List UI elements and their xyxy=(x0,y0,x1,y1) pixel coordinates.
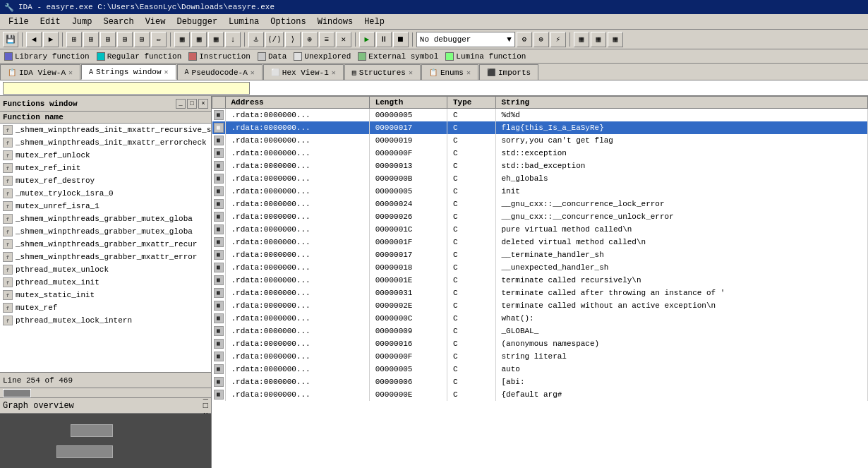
toolbar-btn2[interactable]: ⊞ xyxy=(83,32,99,47)
table-row[interactable]: ▦.rdata:0000000...00000026C__gnu_cxx::__… xyxy=(212,210,868,223)
table-row[interactable]: ▦.rdata:0000000...00000005Cauto xyxy=(212,363,868,376)
table-row[interactable]: ▦.rdata:0000000...0000000BCeh_globals xyxy=(212,172,868,185)
table-row[interactable]: ▦.rdata:0000000...00000006C[abi: xyxy=(212,376,868,388)
menu-item-view[interactable]: View xyxy=(140,16,171,28)
function-item[interactable]: fmutex_ref_unlock xyxy=(0,149,211,162)
toolbar-plugin3[interactable]: ⊕ xyxy=(302,32,318,47)
toolbar-btn7[interactable]: ▦ xyxy=(174,32,190,47)
function-item[interactable]: f_shmem_winpthreads_grabber_mxattr_error xyxy=(0,251,211,263)
tab-close-structures[interactable]: ✕ xyxy=(409,68,413,77)
table-row[interactable]: ▦.rdata:0000000...0000000EC{default arg# xyxy=(212,388,868,401)
function-item[interactable]: fpthread_mutex_lock_intern xyxy=(0,314,211,327)
table-row[interactable]: ▦.rdata:0000000...00000005Cinit xyxy=(212,185,868,198)
menu-item-options[interactable]: Options xyxy=(265,16,311,28)
menu-item-help[interactable]: Help xyxy=(358,16,390,28)
h-scrollbar[interactable] xyxy=(0,388,211,397)
strings-scroll[interactable]: Address Length Type String ▦.rdata:00000… xyxy=(212,96,868,468)
toolbar-back[interactable]: ◀ xyxy=(26,32,42,47)
col-type[interactable]: Type xyxy=(447,97,495,109)
debugger-dropdown[interactable]: No debugger ▼ xyxy=(416,32,515,47)
col-length[interactable]: Length xyxy=(369,97,447,109)
toolbar-dbg6[interactable]: ▦ xyxy=(608,32,623,47)
menu-item-edit[interactable]: Edit xyxy=(35,16,66,28)
col-icon[interactable] xyxy=(212,97,226,109)
graph-minimize[interactable]: _ xyxy=(203,391,208,401)
toolbar-forward[interactable]: ▶ xyxy=(43,32,59,47)
toolbar-stop2[interactable]: ⏹ xyxy=(393,32,409,47)
graph-float[interactable]: □ xyxy=(203,401,208,411)
function-item[interactable]: fmutex_static_init xyxy=(0,289,211,301)
table-row[interactable]: ▦.rdata:0000000...00000019Csorry,you can… xyxy=(212,134,868,147)
tab-close-enums[interactable]: ✕ xyxy=(466,68,471,77)
menu-item-search[interactable]: Search xyxy=(97,16,139,28)
col-string[interactable]: String xyxy=(495,97,867,109)
table-row[interactable]: ▦.rdata:0000000...0000001FCdeleted virtu… xyxy=(212,236,868,248)
table-row[interactable]: ▦.rdata:0000000...00000009C_GLOBAL_ xyxy=(212,325,868,337)
table-row[interactable]: ▦.rdata:0000000...00000017C__terminate_h… xyxy=(212,248,868,261)
h-scrollbar-thumb[interactable] xyxy=(3,389,31,397)
menu-item-file[interactable]: File xyxy=(3,16,35,28)
tab-structures[interactable]: ▤Structures✕ xyxy=(344,64,421,80)
function-item[interactable]: f_mutex_trylock_isra_0 xyxy=(0,187,211,200)
table-row[interactable]: ▦.rdata:0000000...00000013Cstd::bad_exce… xyxy=(212,160,868,172)
toolbar-dbg1[interactable]: ⚙ xyxy=(517,32,532,47)
toolbar-dbg3[interactable]: ⚡ xyxy=(550,32,566,47)
tab-strings[interactable]: AStrings window✕ xyxy=(81,64,176,80)
table-row[interactable]: ▦.rdata:0000000...0000002ECterminate cal… xyxy=(212,299,868,312)
toolbar-btn3[interactable]: ⊞ xyxy=(100,32,116,47)
menu-item-windows[interactable]: Windows xyxy=(312,16,358,28)
table-row[interactable]: ▦.rdata:0000000...0000000CC what(): xyxy=(212,312,868,325)
toolbar-save[interactable]: 💾 xyxy=(3,32,18,47)
menu-item-jump[interactable]: Jump xyxy=(66,16,98,28)
table-row[interactable]: ▦.rdata:0000000...00000017Cflag{this_Is_… xyxy=(212,121,868,134)
function-item[interactable]: f_shmem_winpthreads_grabber_mutex_globa xyxy=(0,225,211,238)
table-row[interactable]: ▦.rdata:0000000...0000001ECterminate cal… xyxy=(212,274,868,287)
tab-close-strings[interactable]: ✕ xyxy=(164,68,168,76)
function-item[interactable]: f_shmem_winpthreads_init_mxattr_errorche… xyxy=(0,136,211,149)
toolbar-anchor[interactable]: ⚓ xyxy=(248,32,264,47)
function-list[interactable]: f_shmem_winpthreads_init_mxattr_recursiv… xyxy=(0,124,211,372)
menu-item-lumina[interactable]: Lumina xyxy=(223,16,265,28)
toolbar-btn9[interactable]: ▦ xyxy=(208,32,224,47)
table-row[interactable]: ▦.rdata:0000000...0000000FCstd::exceptio… xyxy=(212,147,868,160)
tab-ida-view[interactable]: 📋IDA View-A✕ xyxy=(0,64,80,80)
table-row[interactable]: ▦.rdata:0000000...00000016C(anonymous na… xyxy=(212,337,868,350)
function-item[interactable]: f_shmem_winpthreads_grabber_mxattr_recur xyxy=(0,238,211,251)
toolbar-pause[interactable]: ⏸ xyxy=(376,32,392,47)
toolbar-stop[interactable]: ✕ xyxy=(336,32,351,47)
tab-pseudocode[interactable]: APseudocode-A✕ xyxy=(177,64,263,80)
tab-close-pseudocode[interactable]: ✕ xyxy=(251,68,255,77)
toolbar-dbg2[interactable]: ⊕ xyxy=(534,32,549,47)
toolbar-plugin2[interactable]: ⟩ xyxy=(285,32,301,47)
panel-float[interactable]: □ xyxy=(187,99,197,109)
function-item[interactable]: fmutex_ref_destroy xyxy=(0,174,211,187)
menu-item-debugger[interactable]: Debugger xyxy=(171,16,223,28)
toolbar-btn10[interactable]: ↓ xyxy=(225,32,241,47)
search-input[interactable] xyxy=(3,82,250,95)
table-row[interactable]: ▦.rdata:0000000...00000005C%d%d xyxy=(212,109,868,121)
toolbar-dbg5[interactable]: ▦ xyxy=(591,32,606,47)
function-item[interactable]: f_shmem_winpthreads_init_mxattr_recursiv… xyxy=(0,124,211,136)
toolbar-dbg4[interactable]: ▦ xyxy=(574,32,589,47)
function-item[interactable]: fpthread_mutex_unlock xyxy=(0,263,211,276)
toolbar-run[interactable]: ▶ xyxy=(359,32,375,47)
table-row[interactable]: ▦.rdata:0000000...00000031Cterminate cal… xyxy=(212,287,868,299)
function-item[interactable]: fmutex_unref_isra_1 xyxy=(0,200,211,212)
function-item[interactable]: fmutex_ref xyxy=(0,301,211,314)
table-row[interactable]: ▦.rdata:0000000...0000000FCstring litera… xyxy=(212,350,868,363)
tab-close-hex-view[interactable]: ✕ xyxy=(332,68,336,77)
toolbar-btn8[interactable]: ▦ xyxy=(191,32,207,47)
table-row[interactable]: ▦.rdata:0000000...00000024C__gnu_cxx::__… xyxy=(212,198,868,210)
toolbar-btn1[interactable]: ⊞ xyxy=(66,32,82,47)
table-row[interactable]: ▦.rdata:0000000...0000001CCpure virtual … xyxy=(212,223,868,236)
tab-hex-view[interactable]: ⬜Hex View-1✕ xyxy=(263,64,344,80)
tab-close-ida-view[interactable]: ✕ xyxy=(68,68,73,77)
toolbar-plugin1[interactable]: ⟨/⟩ xyxy=(265,32,284,47)
table-row[interactable]: ▦.rdata:0000000...00000018C__unexpected_… xyxy=(212,261,868,274)
toolbar-btn4[interactable]: ⊞ xyxy=(117,32,133,47)
toolbar-btn6[interactable]: ✏ xyxy=(151,32,167,47)
function-item[interactable]: fpthread_mutex_init xyxy=(0,276,211,289)
col-address[interactable]: Address xyxy=(225,97,369,109)
tab-imports[interactable]: ⬛Imports xyxy=(479,64,538,80)
toolbar-plugin4[interactable]: ≡ xyxy=(319,32,334,47)
